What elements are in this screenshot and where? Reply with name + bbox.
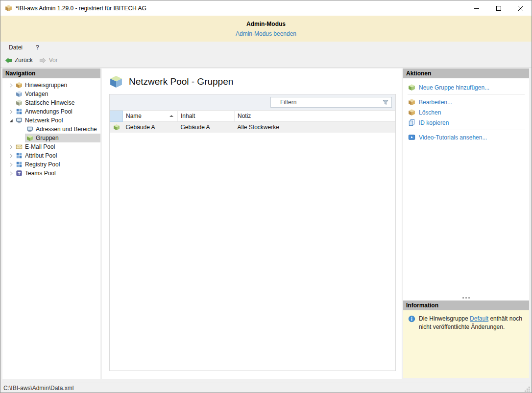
package-icon xyxy=(16,82,23,89)
info-text-prefix: Die Hinweisgruppe xyxy=(419,315,470,322)
actions-list: Neue Gruppe hinzufügen... Bearbeiten... … xyxy=(403,78,529,295)
forward-arrow-icon xyxy=(39,57,47,64)
chevron-down-icon[interactable] xyxy=(7,117,14,124)
groups-table: Name Inhalt Notiz xyxy=(110,111,395,133)
package-icon xyxy=(26,135,33,141)
minimize-icon xyxy=(474,6,479,11)
close-button[interactable] xyxy=(509,0,532,16)
group-package-icon xyxy=(109,75,123,89)
cell-notiz: Alle Stockwerke xyxy=(235,122,395,133)
copy-icon xyxy=(408,119,415,126)
chevron-right-icon[interactable] xyxy=(7,143,14,150)
nav-item-anwendungs-pool[interactable]: Anwendungs Pool xyxy=(2,107,100,116)
nav-item-registry-pool[interactable]: Registry Pool xyxy=(2,160,100,169)
chevron-right-icon[interactable] xyxy=(7,170,14,177)
navigation-panel: Navigation Hinweisgruppen Vorlagen Stati… xyxy=(2,69,100,379)
network-monitor-icon xyxy=(16,117,23,124)
package-icon xyxy=(16,99,23,106)
chevron-right-icon[interactable] xyxy=(7,152,14,159)
information-message: Die Hinweisgruppe Default enthält noch n… xyxy=(419,315,524,331)
admin-mode-title: Admin-Modus xyxy=(0,21,532,27)
default-group-link[interactable]: Default xyxy=(470,315,488,322)
statusbar: C:\IBI-aws\Admin\Data.xml xyxy=(0,383,532,393)
column-header-name[interactable]: Name xyxy=(123,111,178,122)
nav-item-label: Hinweisgruppen xyxy=(25,82,67,89)
actions-panel: Aktionen Neue Gruppe hinzufügen... Bearb… xyxy=(403,69,529,378)
row-icon-cell xyxy=(110,122,123,133)
navigation-tree: Hinweisgruppen Vorlagen Statische Hinwei… xyxy=(2,78,100,379)
nav-item-teams-pool[interactable]: Teams Pool xyxy=(2,169,100,178)
row-selector-header[interactable] xyxy=(110,111,123,122)
app-grid-icon xyxy=(16,152,23,159)
chevron-right-icon[interactable] xyxy=(7,108,14,115)
nav-item-label: Attribut Pool xyxy=(25,152,57,159)
action-label: Bearbeiten... xyxy=(419,99,452,106)
menu-item-datei[interactable]: Datei xyxy=(9,44,23,51)
titlebar: *IBI-aws Admin 1.29.0 - registriert für … xyxy=(0,0,532,16)
nav-item-label: Statische Hinweise xyxy=(25,99,74,106)
nav-item-statische-hinweise[interactable]: Statische Hinweise xyxy=(2,98,100,107)
groups-card: Name Inhalt Notiz xyxy=(109,94,396,371)
action-edit[interactable]: Bearbeiten... xyxy=(403,97,529,107)
nav-item-email-pool[interactable]: E-Mail Pool xyxy=(2,142,100,151)
action-label: ID kopieren xyxy=(419,119,449,126)
action-label: Video-Tutorials ansehen... xyxy=(419,134,487,141)
nav-item-adressen-und-bereiche[interactable]: Adressen und Bereiche xyxy=(2,125,100,134)
chevron-right-icon[interactable] xyxy=(7,82,14,89)
envelope-icon xyxy=(16,143,23,150)
filter-bar xyxy=(110,94,395,111)
table-header-row: Name Inhalt Notiz xyxy=(110,111,395,122)
nav-item-label: Vorlagen xyxy=(25,91,48,97)
filter-box xyxy=(270,97,392,108)
maximize-button[interactable] xyxy=(487,0,509,16)
chevron-right-icon[interactable] xyxy=(7,161,14,168)
nav-item-label: Adressen und Bereiche xyxy=(36,126,97,133)
resize-grip-icon[interactable] xyxy=(524,386,531,393)
minimize-button[interactable] xyxy=(465,0,487,16)
filter-funnel-icon[interactable] xyxy=(382,99,389,106)
column-header-notiz[interactable]: Notiz xyxy=(235,111,395,122)
nav-item-label: Registry Pool xyxy=(25,161,60,168)
back-button[interactable]: Zurück xyxy=(5,57,33,64)
nav-item-netzwerk-pool[interactable]: Netzwerk Pool xyxy=(2,116,100,125)
action-label: Neue Gruppe hinzufügen... xyxy=(419,84,489,91)
admin-mode-exit-link[interactable]: Admin-Modus beenden xyxy=(236,30,296,37)
page-title: Netzwerk Pool - Gruppen xyxy=(129,76,233,87)
chevron-spacer xyxy=(7,99,14,106)
column-header-label: Notiz xyxy=(238,113,251,119)
nav-item-label: Netzwerk Pool xyxy=(25,117,63,124)
sort-ascending-icon xyxy=(169,115,173,117)
table-row[interactable]: Gebäude A Gebäude A Alle Stockwerke xyxy=(110,122,395,133)
package-add-icon xyxy=(408,84,415,91)
panel-splitter[interactable] xyxy=(403,295,529,301)
forward-button[interactable]: Vor xyxy=(39,57,58,64)
nav-item-hinweisgruppen[interactable]: Hinweisgruppen xyxy=(2,81,100,90)
app-icon xyxy=(5,4,12,12)
action-video-tutorials[interactable]: Video-Tutorials ansehen... xyxy=(403,132,529,142)
separator xyxy=(408,94,525,95)
action-copy-id[interactable]: ID kopieren xyxy=(403,117,529,128)
main-area: Navigation Hinweisgruppen Vorlagen Stati… xyxy=(0,68,532,383)
menu-item-help[interactable]: ? xyxy=(36,44,39,51)
action-add-group[interactable]: Neue Gruppe hinzufügen... xyxy=(403,82,529,92)
cell-name: Gebäude A xyxy=(123,122,178,133)
nav-item-label: Teams Pool xyxy=(25,170,56,177)
nav-item-label: Anwendungs Pool xyxy=(25,108,73,115)
action-delete[interactable]: Löschen xyxy=(403,107,529,117)
back-arrow-icon xyxy=(5,57,12,64)
nav-item-label: Gruppen xyxy=(36,135,59,141)
navigation-header: Navigation xyxy=(2,69,100,78)
column-header-inhalt[interactable]: Inhalt xyxy=(178,111,235,122)
nav-item-vorlagen[interactable]: Vorlagen xyxy=(2,90,100,98)
maximize-icon xyxy=(496,6,501,11)
package-icon xyxy=(113,124,120,131)
video-icon xyxy=(408,134,415,141)
admin-mode-banner: Admin-Modus Admin-Modus beenden xyxy=(0,16,532,42)
action-label: Löschen xyxy=(419,109,441,116)
package-icon xyxy=(16,91,23,97)
content-panel: Netzwerk Pool - Gruppen xyxy=(102,69,402,379)
filter-input[interactable] xyxy=(273,99,382,106)
nav-item-attribut-pool[interactable]: Attribut Pool xyxy=(2,151,100,160)
nav-item-gruppen[interactable]: Gruppen xyxy=(2,134,100,142)
separator xyxy=(408,130,525,130)
